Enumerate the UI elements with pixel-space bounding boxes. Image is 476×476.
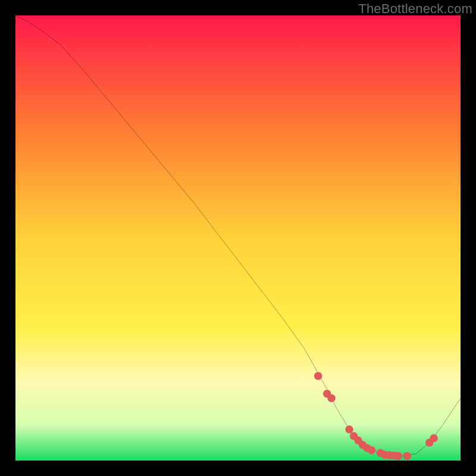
scatter-point (345, 425, 353, 433)
plot-area (15, 15, 461, 461)
watermark-text: TheBottleneck.com (358, 1, 472, 17)
scatter-point (394, 452, 402, 460)
scatter-point (314, 372, 322, 380)
scatter-point (368, 446, 375, 454)
scatter-point (327, 394, 335, 402)
scatter-point (403, 452, 411, 460)
scatter-point (430, 434, 437, 442)
chart-svg (15, 15, 461, 461)
chart-frame: TheBottleneck.com (0, 0, 476, 476)
background-gradient (15, 15, 461, 461)
